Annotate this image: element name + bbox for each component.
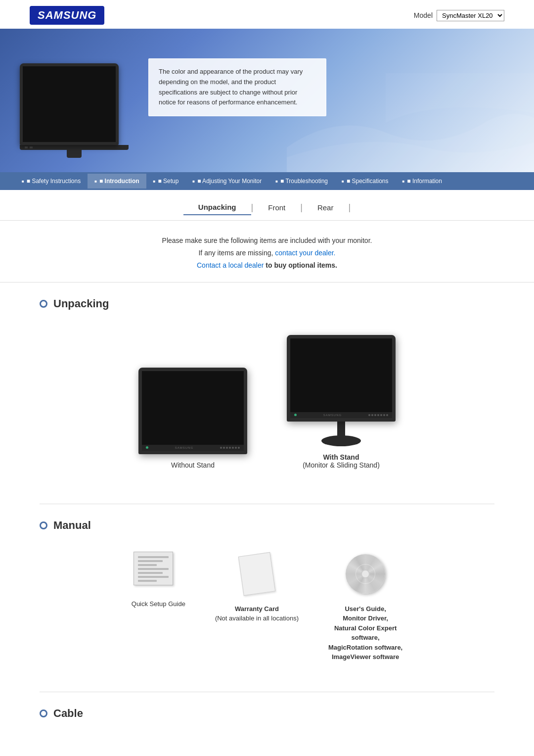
hero-banner: The color and appearance of the product … <box>0 29 534 172</box>
manual-items-row: Quick Setup Guide Warranty Card(Not avai… <box>40 547 494 672</box>
monitor-with-stand-label: With Stand (Monitor & Sliding Stand) <box>303 453 380 469</box>
monitor-with-stand-item: SAMSUNG With Stand (Monitor & Sliding St… <box>287 335 396 469</box>
manual-title: Manual <box>53 519 91 532</box>
hero-wave <box>287 73 534 172</box>
info-line-3: Contact a local dealer to buy optional i… <box>30 259 504 272</box>
cable-dot <box>40 709 47 717</box>
hero-monitor <box>20 63 129 172</box>
nav-item-troubleshooting[interactable]: ■ Troubleshooting <box>268 174 335 189</box>
cable-section: Cable <box>0 697 534 740</box>
nav-item-setup[interactable]: ■ Setup <box>146 174 186 189</box>
monitor-led-right <box>294 414 297 416</box>
cable-header: Cable <box>40 707 494 720</box>
section-divider-1 <box>40 504 494 504</box>
sub-nav-sep-3: | <box>348 202 351 213</box>
monitor-without-stand-item: SAMSUNG Without Stand <box>138 368 247 469</box>
samsung-logo: SAMSUNG <box>30 6 104 25</box>
nav-bar: ■ Safety Instructions ■ Introduction ■ S… <box>0 172 534 190</box>
monitor-dots-right <box>368 414 388 416</box>
model-label: Model <box>414 11 433 19</box>
local-dealer-link[interactable]: Contact a local dealer <box>197 261 264 269</box>
unpacking-header: Unpacking <box>40 297 494 310</box>
monitor-screen-left <box>142 371 244 445</box>
warranty-card-icon <box>237 552 276 596</box>
unpacking-dot <box>40 300 47 308</box>
monitor-without-stand: SAMSUNG <box>138 368 247 454</box>
info-line-3-suffix: to buy optional items. <box>266 261 337 269</box>
manual-item-warranty: Warranty Card(Not available in all locat… <box>215 552 299 623</box>
section-divider-2 <box>40 692 494 692</box>
monitor-stand-base <box>321 435 361 446</box>
unpacking-title: Unpacking <box>53 297 109 310</box>
model-selector: Model SyncMaster XL20 <box>414 10 504 21</box>
model-select[interactable]: SyncMaster XL20 <box>437 10 504 21</box>
monitor-logo-right: SAMSUNG <box>323 414 342 417</box>
unpacking-section: Unpacking SAMSUNG Without Stand <box>0 283 534 499</box>
monitor-logo-left: SAMSUNG <box>175 446 193 449</box>
monitor-bottom-bar-right: SAMSUNG <box>290 412 392 418</box>
nav-item-introduction[interactable]: ■ Introduction <box>88 174 146 189</box>
monitor-dots-left <box>220 447 240 449</box>
monitor-without-stand-label: Without Stand <box>171 461 215 469</box>
warranty-label: Warranty Card(Not available in all locat… <box>215 604 299 623</box>
contact-dealer-link[interactable]: contact your dealer. <box>275 249 335 257</box>
sub-nav-front[interactable]: Front <box>253 200 300 215</box>
manual-header: Manual <box>40 519 494 532</box>
cd-icon <box>343 552 388 596</box>
info-line-1: Please make sure the following items are… <box>30 235 504 247</box>
monitor-with-stand: SAMSUNG <box>287 335 396 446</box>
manual-section: Manual Quick Setup Guide <box>0 509 534 687</box>
quick-setup-guide-icon <box>134 552 183 591</box>
cd-label: User's Guide,Monitor Driver,Natural Colo… <box>328 604 402 662</box>
monitor-screen-right: SAMSUNG <box>287 335 396 422</box>
manual-dot <box>40 521 47 529</box>
manual-item-quickguide: Quick Setup Guide <box>132 552 185 609</box>
page-header: SAMSUNG Model SyncMaster XL20 <box>0 0 534 29</box>
nav-item-specifications[interactable]: ■ Specifications <box>335 174 395 189</box>
nav-item-information[interactable]: ■ Information <box>396 174 449 189</box>
quickguide-label: Quick Setup Guide <box>132 599 185 609</box>
monitor-led-left <box>146 446 148 449</box>
sub-nav-rear[interactable]: Rear <box>303 200 349 215</box>
nav-item-adjusting[interactable]: ■ Adjusting Your Monitor <box>185 174 268 189</box>
monitors-row: SAMSUNG Without Stand SAMSUNG <box>40 325 494 484</box>
nav-item-safety[interactable]: ■ Safety Instructions <box>15 174 88 189</box>
info-text-section: Please make sure the following items are… <box>0 221 534 283</box>
cable-title: Cable <box>53 707 83 720</box>
sub-nav: Unpacking | Front | Rear | <box>0 190 534 221</box>
sub-nav-unpacking[interactable]: Unpacking <box>183 200 251 215</box>
manual-item-cd: User's Guide,Monitor Driver,Natural Colo… <box>328 552 402 662</box>
monitor-bottom-bar-left: SAMSUNG <box>142 445 244 451</box>
info-line-2: If any items are missing, contact your d… <box>30 247 504 259</box>
monitor-stand-neck <box>337 422 345 436</box>
